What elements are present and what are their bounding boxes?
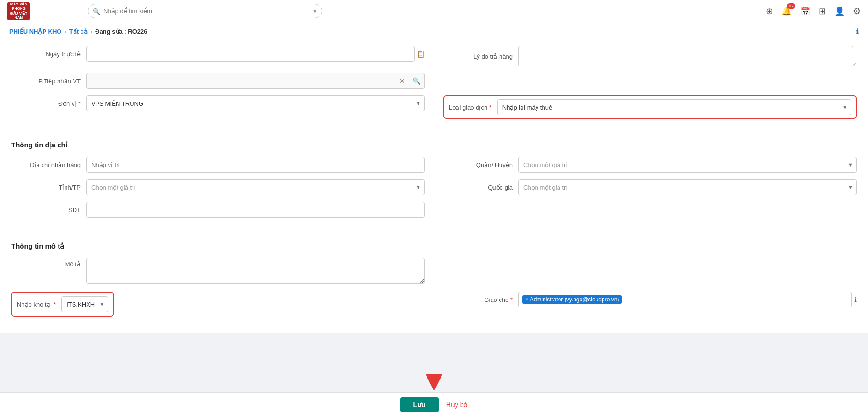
select-tinh-tp[interactable]: Chọn một giá trị xyxy=(86,179,425,195)
search-bar: 🔍 ▼ xyxy=(88,4,322,18)
label-nhap-kho: Nhập kho tại * xyxy=(17,301,56,308)
row-ngay-lydo: Ngày thực tế 📋 Lý do trả hàng ⤢ xyxy=(11,46,857,66)
select-wrap-nhap-kho: ITS.KHXH ▼ xyxy=(61,296,108,312)
textarea-mo-ta[interactable] xyxy=(86,258,425,284)
label-quan-huyen: Quận/ Huyện xyxy=(443,161,518,168)
top-section: Ngày thực tế 📋 Lý do trả hàng ⤢ P.Tiếp n… xyxy=(0,41,868,133)
logo-area: MÁY VĂNPHÒNGĐẦU VIỆT NAM xyxy=(7,2,82,20)
nav-icons: ⊕ 🔔 87 📅 ⊞ 👤 ⚙ xyxy=(766,6,861,16)
select-wrap-tinh: Chọn một giá trị ▼ xyxy=(86,179,425,195)
label-ngay-thuc-te: Ngày thực tế xyxy=(11,51,86,58)
calendar-icon-ngay[interactable]: 📋 xyxy=(417,50,425,58)
label-sdt: SĐT xyxy=(11,206,86,213)
select-loai-giao-dich[interactable]: Nhập lại máy thuê xyxy=(497,99,851,115)
info-icon-giao-cho[interactable]: ℹ xyxy=(854,296,857,303)
user-icon[interactable]: 👤 xyxy=(834,6,845,16)
col-nhap-kho: Nhập kho tại * ITS.KHXH ▼ xyxy=(11,292,425,317)
notification-icon[interactable]: 🔔 87 xyxy=(781,6,792,16)
col-ngay-thuc-te: Ngày thực tế 📋 xyxy=(11,46,425,62)
required-don-vi: * xyxy=(78,100,81,107)
col-sdt: SĐT xyxy=(11,202,425,218)
calendar-icon[interactable]: 📅 xyxy=(800,6,810,16)
select-nhap-kho[interactable]: ITS.KHXH xyxy=(61,296,108,312)
chevron-down-icon: ▼ xyxy=(312,8,317,14)
resize-icon: ⤢ xyxy=(853,61,857,66)
col-giao-cho: Giao cho * × Administrator (vy.ngo@cloud… xyxy=(443,292,857,307)
row-dia-chi-quan-huyen: Địa chỉ nhận hàng Quận/ Huyện Chọn một g… xyxy=(11,157,857,173)
input-ngay-thuc-te[interactable] xyxy=(86,46,415,62)
search-input[interactable] xyxy=(88,4,322,18)
tag-administrator: × Administrator (vy.ngo@cloudpro.vn) xyxy=(522,295,622,304)
select-quan-huyen[interactable]: Chọn một giá trị xyxy=(518,157,857,173)
label-tinh-tp: Tỉnh/TP xyxy=(11,184,86,191)
col-mo-ta: Mô tả ⤢ xyxy=(11,258,425,285)
label-loai-giao-dich: Loại giao dịch * xyxy=(449,104,492,111)
breadcrumb-level1[interactable]: Tất cả xyxy=(69,28,88,35)
section-title-dia-chi: Thông tin địa chỉ xyxy=(11,141,857,149)
select-quoc-gia[interactable]: Chọn một giá trị xyxy=(518,179,857,195)
search-icon: 🔍 xyxy=(93,7,100,15)
breadcrumb-sep1: › xyxy=(64,28,66,35)
label-don-vi: Đơn vị * xyxy=(11,100,86,107)
select-wrap-quan-huyen: Chọn một giá trị ▼ xyxy=(518,157,857,173)
breadcrumb-current: Đang sửa : RO226 xyxy=(95,28,147,35)
col-ly-do-tra-hang: Lý do trả hàng ⤢ xyxy=(443,46,857,66)
label-quoc-gia: Quốc gia xyxy=(443,184,518,191)
search-icon-tiep-nhan[interactable]: 🔍 xyxy=(409,73,424,89)
select-don-vi[interactable]: VPS MIỀN TRUNG xyxy=(86,95,425,111)
col-p-tiep-nhan: P.Tiếp nhận VT TNLK256 ✕ 🔍 xyxy=(11,73,425,89)
breadcrumb-root[interactable]: PHIẾU NHẬP KHO xyxy=(9,28,61,35)
row-tinh-quoc-gia: Tỉnh/TP Chọn một giá trị ▼ Quốc gia Chọn… xyxy=(11,179,857,195)
main-content: Ngày thực tế 📋 Lý do trả hàng ⤢ P.Tiếp n… xyxy=(0,41,868,362)
col-don-vi: Đơn vị * VPS MIỀN TRUNG ▼ xyxy=(11,95,425,111)
select-wrap-don-vi: VPS MIỀN TRUNG ▼ xyxy=(86,95,425,111)
col-dia-chi: Địa chỉ nhận hàng xyxy=(11,157,425,173)
row-tiep-nhan: P.Tiếp nhận VT TNLK256 ✕ 🔍 xyxy=(11,73,857,89)
row-mo-ta: Mô tả ⤢ xyxy=(11,258,857,285)
add-icon[interactable]: ⊕ xyxy=(766,6,773,16)
nhap-kho-wrap: Nhập kho tại * ITS.KHXH ▼ xyxy=(11,292,114,317)
label-mo-ta: Mô tả xyxy=(11,258,86,268)
top-nav: MÁY VĂNPHÒNGĐẦU VIỆT NAM 🔍 ▼ ⊕ 🔔 87 📅 ⊞ … xyxy=(0,0,868,22)
row-nhap-kho-giao-cho: Nhập kho tại * ITS.KHXH ▼ Giao cho * xyxy=(11,292,857,317)
breadcrumb: PHIẾU NHẬP KHO › Tất cả › Đang sửa : RO2… xyxy=(0,22,868,41)
col-loai-giao-dich: Loại giao dịch * Nhập lại máy thuê ▼ xyxy=(443,95,857,119)
col-quoc-gia: Quốc gia Chọn một giá trị ▼ xyxy=(443,179,857,195)
tag-label: × Administrator (vy.ngo@cloudpro.vn) xyxy=(525,296,619,303)
input-p-tiep-nhan[interactable]: TNLK256 xyxy=(87,75,396,88)
input-dia-chi[interactable] xyxy=(86,157,425,173)
col-quan-huyen: Quận/ Huyện Chọn một giá trị ▼ xyxy=(443,157,857,173)
tag-input-giao-cho[interactable]: × Administrator (vy.ngo@cloudpro.vn) xyxy=(518,292,852,307)
settings-icon[interactable]: ⚙ xyxy=(853,6,861,16)
label-dia-chi: Địa chỉ nhận hàng xyxy=(11,161,86,168)
row-sdt: SĐT xyxy=(11,202,857,218)
p-tiep-nhan-input-wrap: TNLK256 ✕ 🔍 xyxy=(86,73,425,89)
logo-image: MÁY VĂNPHÒNGĐẦU VIỆT NAM xyxy=(7,2,30,20)
textarea-ly-do[interactable] xyxy=(518,46,853,66)
section-title-mo-ta: Thông tin mô tả xyxy=(11,242,857,250)
resize-icon-mota: ⤢ xyxy=(420,279,424,284)
label-ly-do: Lý do trả hàng xyxy=(443,53,518,60)
breadcrumb-sep2: › xyxy=(90,28,92,35)
label-giao-cho: Giao cho * xyxy=(443,296,518,303)
clear-icon-tiep-nhan[interactable]: ✕ xyxy=(396,73,409,89)
help-icon[interactable]: ℹ xyxy=(856,27,859,36)
row-don-vi-loai: Đơn vị * VPS MIỀN TRUNG ▼ Loại giao dịch… xyxy=(11,95,857,119)
select-wrap-loai: Nhập lại máy thuê ▼ xyxy=(497,99,851,115)
loai-giao-dich-wrap: Loại giao dịch * Nhập lại máy thuê ▼ xyxy=(443,95,857,119)
section-dia-chi: Thông tin địa chỉ Địa chỉ nhận hàng Quận… xyxy=(0,133,868,234)
select-wrap-quoc-gia: Chọn một giá trị ▼ xyxy=(518,179,857,195)
label-p-tiep-nhan: P.Tiếp nhận VT xyxy=(11,78,86,85)
input-sdt[interactable] xyxy=(86,202,425,218)
notification-badge: 87 xyxy=(787,3,795,9)
col-tinh-tp: Tỉnh/TP Chọn một giá trị ▼ xyxy=(11,179,425,195)
grid-icon[interactable]: ⊞ xyxy=(819,6,826,16)
section-mo-ta: Thông tin mô tả Mô tả ⤢ Nhập kho tại xyxy=(0,234,868,333)
